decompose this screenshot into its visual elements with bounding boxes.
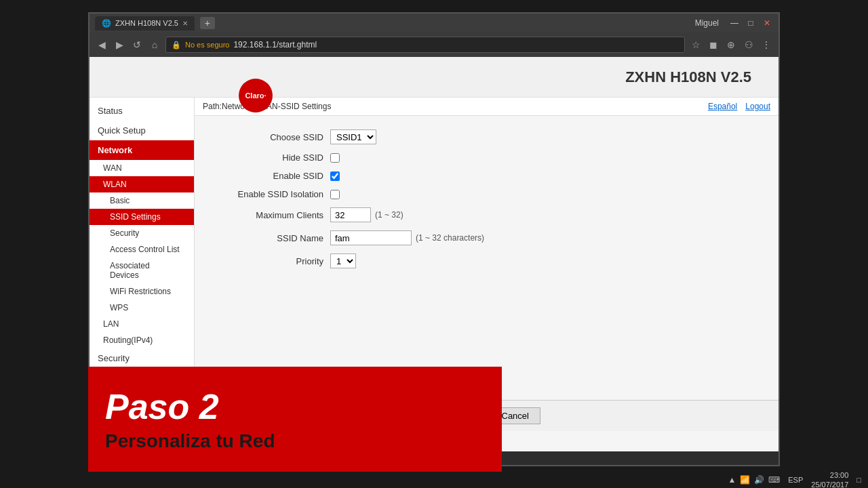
taskbar-clock: 23:00 (811, 470, 848, 480)
home-button[interactable]: ⌂ (148, 39, 161, 50)
sidebar-label-basic: Basic (110, 196, 130, 205)
browser-titlebar: 🌐 ZXHN H108N V2.5 ✕ + Miguel — □ ✕ (90, 14, 778, 33)
sidebar-item-ssid-settings[interactable]: SSID Settings (90, 209, 194, 225)
extensions-button[interactable]: ⊕ (724, 39, 738, 50)
insecure-label: No es seguro (185, 41, 229, 49)
sidebar-item-basic[interactable]: Basic (90, 192, 194, 209)
ssid-isolation-label: Enable SSID Isolation (215, 189, 323, 199)
ssid-isolation-checkbox[interactable] (330, 190, 340, 199)
sidebar-item-status[interactable]: Status (90, 101, 194, 121)
maximize-button[interactable]: □ (745, 17, 757, 29)
sidebar-item-routing[interactable]: Routing(IPv4) (90, 332, 194, 348)
logout-link[interactable]: Logout (745, 102, 770, 111)
bookmark-icon[interactable]: ☆ (689, 39, 703, 50)
claro-text: Claro· (245, 92, 266, 100)
close-button[interactable]: ✕ (761, 17, 773, 29)
sidebar-item-wifi-restrict[interactable]: WiFi Restrictions (90, 283, 194, 300)
minimize-button[interactable]: — (728, 17, 741, 29)
sidebar-label-quick-setup: Quick Setup (98, 125, 146, 136)
paso-title: Paso 2 (105, 386, 485, 427)
menu-button[interactable]: ⋮ (760, 39, 773, 50)
taskbar-keyboard-icon: ⌨ (768, 475, 780, 485)
form-area: Choose SSID SSID1 SSID2 SSID3 SSID4 Hide… (195, 116, 778, 290)
router-title: ZXHN H108N V2.5 (625, 68, 751, 86)
sidebar-label-security-wlan: Security (110, 228, 139, 238)
sidebar-item-network[interactable]: Network (90, 140, 194, 160)
paso-subtitle: Personaliza tu Red (105, 430, 485, 452)
ssid-isolation-row: Enable SSID Isolation (215, 189, 758, 199)
address-bar[interactable]: 🔒 No es seguro 192.168.1.1/start.ghtml (165, 37, 685, 53)
enable-ssid-checkbox[interactable] (330, 171, 340, 181)
path-links: Español Logout (708, 102, 770, 111)
tab-favicon: 🌐 (102, 19, 111, 28)
sidebar-item-security[interactable]: Security (90, 348, 194, 368)
claro-logo: Claro· (239, 79, 273, 113)
taskbar-time: 23:00 25/07/2017 (811, 470, 848, 488)
tab-bar: 🌐 ZXHN H108N V2.5 ✕ + (95, 16, 215, 30)
claro-circle: Claro· (239, 79, 273, 113)
lang-link[interactable]: Español (708, 102, 737, 111)
taskbar-up-arrow: ▲ (728, 475, 736, 485)
taskbar-volume-icon: 🔊 (754, 475, 764, 485)
ssid-name-row: SSID Name (1 ~ 32 characters) (215, 230, 758, 245)
sidebar-label-routing: Routing(IPv4) (103, 336, 153, 345)
reload-button[interactable]: ↺ (130, 39, 144, 50)
sidebar-label-network: Network (98, 145, 132, 155)
sidebar-label-wan: WAN (103, 163, 122, 173)
browser-actions: ☆ ◼ ⊕ ⚇ ⋮ (689, 39, 773, 50)
max-clients-hint: (1 ~ 32) (375, 210, 403, 220)
hide-ssid-checkbox[interactable] (330, 153, 340, 163)
choose-ssid-label: Choose SSID (215, 132, 323, 142)
enable-ssid-row: Enable SSID (215, 171, 758, 181)
account-button[interactable]: ⚇ (742, 39, 755, 50)
new-tab-button[interactable]: + (200, 17, 215, 29)
ssid-name-input[interactable] (330, 230, 412, 245)
sidebar-item-access-control[interactable]: Access Control List (90, 241, 194, 258)
sidebar-item-lan[interactable]: LAN (90, 316, 194, 332)
sidebar-label-wifi-restrict: WiFi Restrictions (110, 287, 171, 296)
active-tab[interactable]: 🌐 ZXHN H108N V2.5 ✕ (95, 16, 195, 30)
sidebar-label-ssid-settings: SSID Settings (110, 212, 161, 222)
max-clients-row: Maximum Clients (1 ~ 32) (215, 207, 758, 222)
router-header: Claro· ZXHN H108N V2.5 (90, 57, 778, 98)
taskbar-date: 25/07/2017 (811, 480, 848, 488)
priority-label: Priority (215, 256, 323, 266)
tab-close-button[interactable]: ✕ (182, 20, 188, 27)
taskbar: ▲ 📶 🔊 ⌨ ESP 23:00 25/07/2017 □ (0, 472, 868, 488)
max-clients-input[interactable] (330, 207, 371, 222)
theme-button[interactable]: ◼ (707, 39, 720, 50)
choose-ssid-row: Choose SSID SSID1 SSID2 SSID3 SSID4 (215, 129, 758, 144)
sidebar-label-access-control: Access Control List (110, 245, 180, 254)
window-controls: Miguel — □ ✕ (695, 17, 773, 29)
taskbar-language: ESP (788, 476, 803, 484)
sidebar-label-wlan: WLAN (103, 180, 127, 189)
priority-row: Priority 1 2 3 4 (215, 253, 758, 268)
sidebar-item-wan[interactable]: WAN (90, 160, 194, 176)
ssid-name-hint: (1 ~ 32 characters) (416, 233, 484, 243)
back-button[interactable]: ◀ (95, 39, 108, 50)
sidebar-item-assoc-devices[interactable]: Associated Devices (90, 258, 194, 283)
priority-select[interactable]: 1 2 3 4 (330, 253, 356, 268)
sidebar-label-wps: WPS (110, 303, 128, 312)
max-clients-label: Maximum Clients (215, 210, 323, 220)
hide-ssid-row: Hide SSID (215, 152, 758, 163)
overlay-banner: Paso 2 Personaliza tu Red (88, 367, 502, 472)
enable-ssid-label: Enable SSID (215, 171, 323, 181)
tab-title: ZXHN H108N V2.5 (115, 19, 178, 27)
sidebar-item-quick-setup[interactable]: Quick Setup (90, 121, 194, 140)
sidebar-label-security: Security (98, 353, 130, 363)
choose-ssid-select[interactable]: SSID1 SSID2 SSID3 SSID4 (330, 129, 376, 144)
user-label: Miguel (695, 18, 719, 28)
sidebar-item-wlan[interactable]: WLAN (90, 176, 194, 192)
sidebar-label-assoc-devices: Associated Devices (110, 261, 150, 280)
forward-button[interactable]: ▶ (113, 39, 126, 50)
hide-ssid-label: Hide SSID (215, 152, 323, 163)
sidebar-label-status: Status (98, 106, 123, 116)
taskbar-wifi-icon: 📶 (740, 475, 750, 485)
sidebar-item-security-wlan[interactable]: Security (90, 225, 194, 241)
sidebar-label-lan: LAN (103, 319, 119, 329)
sidebar-item-wps[interactable]: WPS (90, 300, 194, 316)
show-desktop-button[interactable]: □ (856, 476, 861, 484)
taskbar-icons: ▲ 📶 🔊 ⌨ (728, 475, 780, 485)
browser-addressbar: ◀ ▶ ↺ ⌂ 🔒 No es seguro 192.168.1.1/start… (90, 33, 778, 57)
